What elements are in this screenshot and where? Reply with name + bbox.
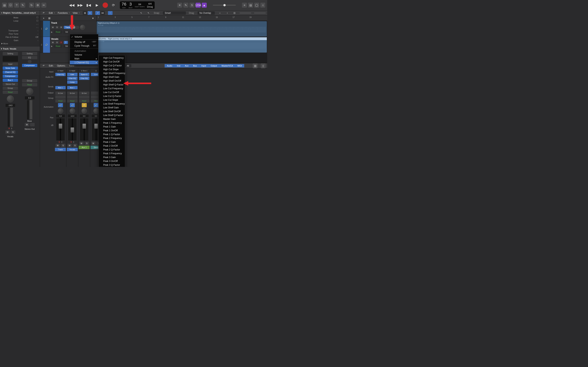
master-volume-slider[interactable] xyxy=(213,5,236,6)
solo-button[interactable]: S xyxy=(55,41,59,44)
input-slot[interactable]: ⊙ Input xyxy=(55,69,66,72)
menu-item[interactable]: Peak 1 On/Off xyxy=(99,129,125,133)
channel-name[interactable]: Aux 1 xyxy=(79,146,90,149)
compressor-slot[interactable]: Compressor xyxy=(3,75,18,78)
fx-slot[interactable]: Gate xyxy=(67,73,78,76)
menu-item[interactable]: Peak 2 On/Off xyxy=(99,144,125,148)
s-icon[interactable]: S xyxy=(190,3,194,8)
eq-thumbnail[interactable] xyxy=(3,56,18,62)
cat-tab-output[interactable]: Output xyxy=(208,64,219,67)
cat-tab-aux[interactable]: Aux xyxy=(183,64,191,67)
info-icon[interactable]: ⓘ xyxy=(8,3,13,8)
mute-button[interactable]: M xyxy=(51,41,55,44)
duplicate-track-button[interactable]: ⊞ xyxy=(47,16,52,20)
menu-item-cycle-through[interactable]: Cycle Through⌘Y xyxy=(70,44,98,48)
channel-icon[interactable]: 🔊 xyxy=(58,103,63,107)
rewind-button[interactable]: ◀◀ xyxy=(69,2,75,8)
fader[interactable] xyxy=(10,108,13,127)
output-slot[interactable]: St Out xyxy=(67,92,78,95)
mute-button[interactable]: M xyxy=(25,123,29,126)
menu-item[interactable]: Low Shelf Frequency xyxy=(99,102,125,106)
rec-enable[interactable]: R xyxy=(9,127,10,130)
list-view-icon[interactable]: ≡ xyxy=(88,11,92,15)
group-slot[interactable] xyxy=(67,95,78,99)
fx-slot[interactable]: Chan EQ xyxy=(79,77,89,80)
menu-item-volume[interactable]: Volume xyxy=(70,35,98,39)
pan-knob[interactable] xyxy=(58,108,63,114)
mute-button[interactable]: M xyxy=(51,26,55,29)
channel-name[interactable]: Track xyxy=(55,148,66,151)
automation-icon[interactable]: ↗ xyxy=(95,11,100,15)
media-icon[interactable]: ♫ xyxy=(260,3,265,8)
track-header[interactable]: Track: Vocals xyxy=(0,47,40,51)
menu-item[interactable]: Peak 1 Gain xyxy=(99,125,125,129)
mute-button[interactable]: M xyxy=(5,130,10,134)
pan-knob[interactable] xyxy=(7,95,14,102)
fader[interactable] xyxy=(30,100,32,119)
sliders-icon[interactable]: ⚙ xyxy=(35,3,40,8)
automation-param[interactable]: Vol xyxy=(63,44,70,48)
setting-slot[interactable]: Setting xyxy=(3,52,18,55)
drag-value[interactable]: No Overlap xyxy=(198,11,215,15)
audio-region-1[interactable]: NightJourney-84bpm.4 ⊙ -6.0 dB xyxy=(97,21,267,36)
zoom-slider-h[interactable] xyxy=(254,13,266,13)
output-slot[interactable]: St Out xyxy=(79,92,89,95)
fx-slot[interactable]: Space D xyxy=(79,73,89,76)
menu-item[interactable]: Peak 3 Gain xyxy=(99,155,125,159)
automation-read[interactable]: Read xyxy=(22,83,37,86)
solo-button[interactable]: S xyxy=(11,130,15,134)
solo-button[interactable]: S xyxy=(85,142,89,145)
forward-button[interactable]: ▶▶ xyxy=(77,2,83,8)
flexfollow-value[interactable]: Off xyxy=(36,36,38,38)
fader-value[interactable]: -14.0 xyxy=(6,104,15,107)
automation-disclosure[interactable]: ▶ xyxy=(51,31,53,33)
mute-button[interactable]: M xyxy=(79,142,84,145)
db-value[interactable]: -14.0 xyxy=(68,115,77,117)
track-icon[interactable]: 🔊 xyxy=(43,37,50,53)
channel-icon[interactable]: ⏱ xyxy=(82,103,87,107)
group-slot[interactable] xyxy=(79,95,89,99)
solo-button[interactable]: S xyxy=(73,144,77,147)
notepad-icon[interactable]: ▤ xyxy=(248,3,253,8)
menu-item[interactable]: Peak 1 Q-Factor xyxy=(99,133,125,136)
cat-tab-audio[interactable]: Audio xyxy=(164,64,174,67)
stereo-icon[interactable] xyxy=(28,60,32,63)
pan-knob[interactable] xyxy=(82,108,87,114)
output-slot[interactable]: St Out xyxy=(55,92,66,95)
menu-item[interactable]: Master Gain xyxy=(99,117,125,121)
menu-item[interactable]: Peak 1 Frequency xyxy=(99,121,125,125)
menu-item[interactable]: Low Cut Q-Factor xyxy=(99,94,125,98)
menu-item[interactable]: Low Shelf On/Off xyxy=(99,109,125,113)
menu-item[interactable]: High Shelf Q-Factor xyxy=(99,83,125,87)
menu-item[interactable]: Low Shelf Gain xyxy=(99,106,125,109)
fader[interactable] xyxy=(56,118,65,141)
cat-tab-bus[interactable]: Bus xyxy=(191,64,199,67)
rec-button[interactable]: R xyxy=(60,41,63,44)
automation-mode[interactable]: Read xyxy=(54,30,62,34)
compressor-slot[interactable]: Compressor xyxy=(22,64,37,67)
channel-icon[interactable]: 🔊 xyxy=(70,103,75,107)
scissors-icon[interactable]: ✂ xyxy=(41,3,46,8)
flex-icon[interactable]: ⋈ xyxy=(100,11,105,15)
menu-item[interactable]: High Shelf On/Off xyxy=(99,79,125,83)
menu-item[interactable]: High Shelf Frequency xyxy=(99,71,125,75)
automation-disclosure[interactable]: ▶ xyxy=(51,45,53,47)
channel-icon[interactable]: 🔊 xyxy=(94,103,99,107)
setting-slot[interactable]: Setting xyxy=(22,52,37,55)
fx-slot[interactable]: Chan EQ xyxy=(55,73,66,76)
pan-knob[interactable] xyxy=(70,108,75,114)
group-slot[interactable] xyxy=(55,95,66,99)
zoom-v-icon[interactable]: ↕ xyxy=(225,11,229,15)
play-button[interactable]: ▶ xyxy=(94,2,100,8)
menu-item[interactable]: Low Cut On/Off xyxy=(99,90,125,94)
options-menu[interactable]: Options▾ xyxy=(57,64,66,67)
menu-item[interactable]: Peak 2 Gain xyxy=(99,140,125,144)
input-slot[interactable]: ⊙ Input xyxy=(67,69,78,72)
timeline-ruler[interactable]: 135791113151719 xyxy=(97,16,267,21)
channel-eq-slot[interactable]: Channel EQ xyxy=(3,71,18,74)
pencil-icon[interactable]: ✎ xyxy=(183,3,188,8)
catch-icon[interactable]: ↑ xyxy=(108,11,112,15)
cat-tab-master-vca[interactable]: Master/VCA xyxy=(219,64,235,67)
rec-enable[interactable]: R xyxy=(70,141,72,143)
bus1-send[interactable]: Bus 1 xyxy=(3,79,18,82)
